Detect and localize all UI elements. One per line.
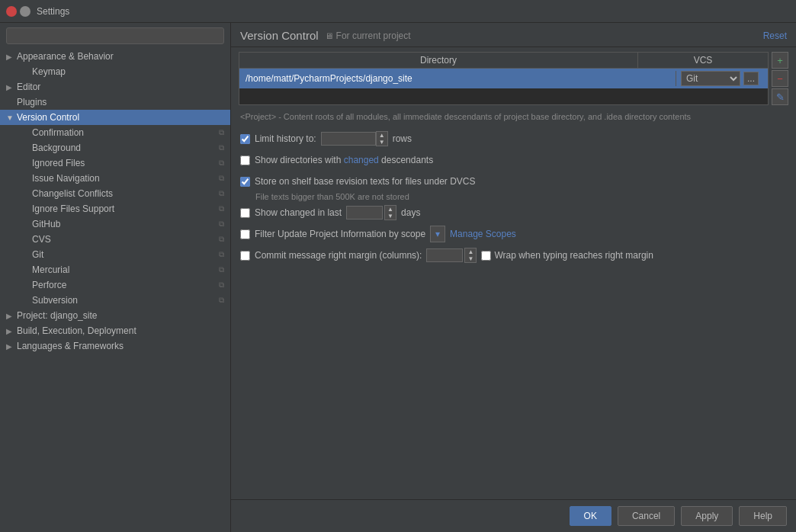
no-arrow [21, 129, 32, 137]
show-changed-row: Show changed in last 31 ▲ ▼ days [240, 204, 787, 221]
no-arrow [21, 281, 32, 290]
reset-button[interactable]: Reset [763, 30, 787, 41]
filter-update-label[interactable]: Filter Update Project Information by sco… [240, 229, 425, 239]
spinner-down[interactable]: ▼ [377, 139, 387, 146]
vcs-selector[interactable]: Git CVS Mercurial Subversion [681, 71, 740, 86]
sidebar-item-version-control[interactable]: ▼Version Control [0, 110, 230, 125]
show-changed-checkbox[interactable] [240, 208, 250, 218]
sidebar-item-issue-navigation[interactable]: Issue Navigation⧉ [0, 171, 230, 186]
filter-update-checkbox[interactable] [240, 229, 250, 239]
changed-spinner-up[interactable]: ▲ [385, 206, 396, 213]
rows-label: rows [393, 133, 412, 144]
monitor-icon: 🖥 [325, 31, 333, 40]
sidebar-item-label: Plugins [17, 97, 224, 107]
main-layout: ▶Appearance & Behavior Keymap▶Editor Plu… [0, 23, 796, 532]
manage-scopes-button[interactable]: Manage Scopes [450, 229, 516, 239]
minimize-button[interactable] [20, 6, 30, 17]
store-shelf-note: File texts bigger than 500K are not stor… [240, 192, 787, 201]
sidebar-item-subversion[interactable]: Subversion⧉ [0, 293, 230, 308]
changed-spinner-down[interactable]: ▼ [385, 213, 396, 220]
cancel-button[interactable]: Cancel [618, 506, 675, 526]
sidebar-item-background[interactable]: Background⧉ [0, 140, 230, 155]
sidebar-item-label: Appearance & Behavior [17, 51, 224, 62]
external-icon: ⧉ [219, 220, 224, 229]
margin-spinner-down[interactable]: ▼ [465, 255, 476, 262]
spinner-buttons: ▲ ▼ [376, 131, 388, 146]
vcs-vcs-cell: Git CVS Mercurial Subversion ... [676, 69, 768, 88]
sidebar-item-project-django[interactable]: ▶Project: django_site [0, 308, 230, 323]
margin-spinner-btns: ▲ ▼ [464, 248, 477, 263]
vcs-table-row[interactable]: /home/matt/PycharmProjects/django_site G… [239, 69, 768, 88]
window-controls[interactable] [6, 6, 30, 17]
arrow-icon: ▶ [6, 53, 17, 61]
sidebar-item-confirmation[interactable]: Confirmation⧉ [0, 125, 230, 140]
no-arrow [21, 205, 32, 213]
wrap-label[interactable]: Wrap when typing reaches right margin [481, 250, 653, 261]
titlebar: Settings [0, 0, 796, 23]
external-icon: ⧉ [219, 159, 224, 168]
sidebar: ▶Appearance & Behavior Keymap▶Editor Plu… [0, 23, 231, 532]
sidebar-item-perforce[interactable]: Perforce⧉ [0, 277, 230, 293]
sidebar-item-editor[interactable]: ▶Editor [0, 79, 230, 95]
store-shelf-label[interactable]: Store on shelf base revision texts for f… [240, 176, 475, 187]
sidebar-item-label: Build, Execution, Deployment [17, 325, 224, 336]
limit-history-input[interactable]: 1,000 [321, 132, 376, 146]
changed-spinner-btns: ▲ ▼ [384, 205, 396, 220]
no-arrow [21, 266, 32, 274]
show-directories-label[interactable]: Show directories with changed descendant… [240, 155, 433, 165]
sidebar-item-label: Editor [17, 82, 224, 92]
show-changed-label[interactable]: Show changed in last [240, 207, 342, 218]
sidebar-item-github[interactable]: GitHub⧉ [0, 216, 230, 232]
margin-spinner-up[interactable]: ▲ [465, 248, 476, 255]
filter-update-row: Filter Update Project Information by sco… [240, 226, 787, 242]
limit-history-row: Limit history to: 1,000 ▲ ▼ rows [240, 130, 787, 147]
sidebar-item-git[interactable]: Git⧉ [0, 247, 230, 262]
external-icon: ⧉ [219, 143, 224, 152]
wrap-checkbox[interactable] [481, 251, 491, 261]
show-directories-checkbox[interactable] [240, 155, 250, 165]
help-button[interactable]: Help [739, 506, 787, 526]
settings-area: Limit history to: 1,000 ▲ ▼ rows Show di… [231, 127, 796, 499]
vcs-table: Directory VCS /home/matt/PycharmProjects… [239, 52, 769, 105]
add-vcs-button[interactable]: + [772, 52, 788, 69]
apply-button[interactable]: Apply [681, 506, 733, 526]
vcs-more-button[interactable]: ... [743, 72, 759, 85]
sidebar-item-label: Version Control [17, 112, 224, 123]
commit-margin-label[interactable]: Commit message right margin (columns): [240, 250, 422, 261]
ok-button[interactable]: OK [570, 506, 611, 526]
sidebar-item-appearance-behavior[interactable]: ▶Appearance & Behavior [0, 49, 230, 64]
edit-vcs-button[interactable]: ✎ [772, 88, 788, 105]
sidebar-item-languages-frameworks[interactable]: ▶Languages & Frameworks [0, 338, 230, 354]
no-arrow [21, 159, 32, 168]
sidebar-item-changelist-conflicts[interactable]: Changelist Conflicts⧉ [0, 186, 230, 201]
show-changed-input[interactable]: 31 [346, 206, 383, 220]
project-note: <Project> - Content roots of all modules… [231, 108, 796, 127]
commit-margin-input[interactable]: 72 [426, 248, 463, 262]
close-button[interactable] [6, 6, 17, 17]
store-shelf-checkbox[interactable] [240, 177, 250, 187]
sidebar-item-mercurial[interactable]: Mercurial⧉ [0, 262, 230, 277]
search-input[interactable] [6, 27, 224, 44]
external-icon: ⧉ [219, 128, 224, 137]
limit-history-checkbox[interactable] [240, 134, 250, 144]
sidebar-item-ignored-files[interactable]: Ignored Files⧉ [0, 155, 230, 171]
sidebar-item-label: Git [32, 249, 219, 260]
footer: OK Cancel Apply Help [231, 499, 796, 532]
no-arrow [21, 68, 32, 76]
sidebar-item-plugins[interactable]: Plugins [0, 95, 230, 110]
filter-dropdown[interactable]: ▾ [430, 226, 445, 242]
sidebar-item-cvs[interactable]: CVS⧉ [0, 232, 230, 247]
limit-history-label[interactable]: Limit history to: [240, 133, 316, 144]
remove-vcs-button[interactable]: − [772, 70, 788, 87]
commit-margin-checkbox[interactable] [240, 251, 250, 261]
no-arrow [21, 296, 32, 305]
sidebar-item-label: Background [32, 143, 219, 153]
sidebar-item-keymap[interactable]: Keymap [0, 64, 230, 79]
sidebar-item-ignore-files-support[interactable]: Ignore Files Support⧉ [0, 201, 230, 216]
arrow-icon: ▶ [6, 83, 17, 91]
sidebar-item-build-execution[interactable]: ▶Build, Execution, Deployment [0, 323, 230, 338]
spinner-up[interactable]: ▲ [377, 132, 387, 139]
col-vcs-header: VCS [638, 53, 768, 68]
vcs-table-area: Directory VCS /home/matt/PycharmProjects… [239, 52, 788, 105]
no-arrow [6, 98, 17, 107]
